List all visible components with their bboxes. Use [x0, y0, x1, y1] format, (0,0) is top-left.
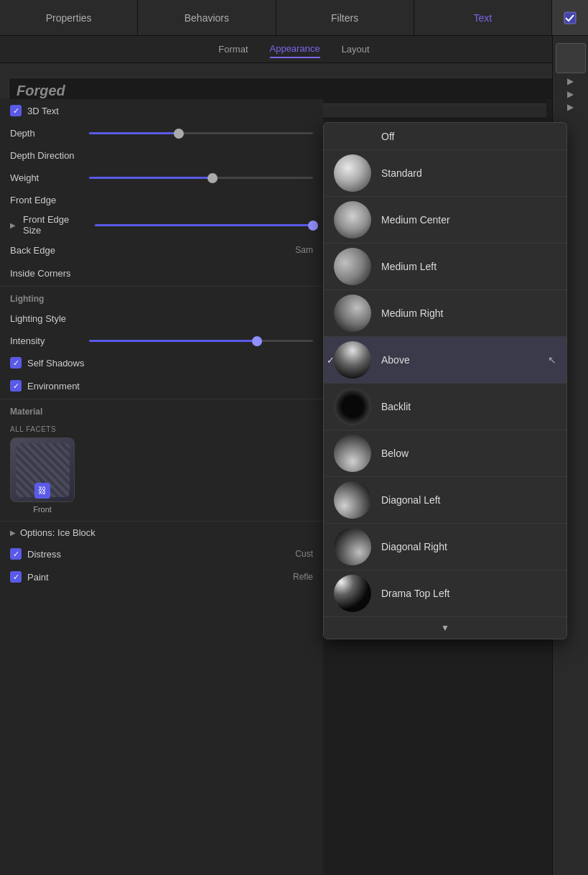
- medium-left-label: Medium Left: [381, 261, 437, 272]
- intensity-row: Intensity: [0, 330, 323, 351]
- ball-medium-left: [334, 248, 371, 285]
- material-swatch[interactable]: ⛓: [10, 438, 75, 502]
- back-edge-value: Sam: [295, 245, 313, 255]
- front-edge-arrow: ▶: [10, 221, 16, 229]
- dropdown-item-diagonal-right[interactable]: Diagonal Right: [324, 524, 566, 570]
- top-tabs: Properties Behaviors Filters Text: [0, 0, 588, 36]
- diagonal-left-label: Diagonal Left: [381, 494, 441, 506]
- ball-drama-top-left: [334, 575, 371, 612]
- weight-row: Weight: [0, 167, 323, 188]
- top-tab-icon: [552, 0, 588, 35]
- dropdown-item-medium-center[interactable]: Medium Center: [324, 197, 566, 244]
- options-row[interactable]: ▶ Options: Ice Block: [0, 523, 323, 542]
- ball-standard: [334, 154, 371, 192]
- dropdown-item-medium-left[interactable]: Medium Left: [324, 244, 566, 290]
- paint-label: Paint: [27, 572, 287, 583]
- dropdown-item-backlit[interactable]: Backlit: [324, 384, 566, 430]
- weight-label: Weight: [10, 172, 82, 183]
- medium-right-label: Medium Right: [381, 307, 443, 319]
- paint-row[interactable]: ✓ Paint Refle: [0, 565, 323, 588]
- front-edge-row[interactable]: Front Edge: [0, 188, 323, 211]
- all-facets-label: ALL FACETS: [10, 425, 313, 433]
- depth-direction-label: Depth Direction: [10, 150, 313, 161]
- environment-row[interactable]: ✓ Environment: [0, 374, 323, 397]
- drama-top-left-label: Drama Top Left: [381, 588, 449, 599]
- lighting-style-label: Lighting Style: [10, 313, 313, 324]
- diagonal-right-label: Diagonal Right: [381, 541, 447, 552]
- material-section: ALL FACETS ⛓ Front: [0, 420, 323, 519]
- front-edge-label: Front Edge: [10, 195, 313, 205]
- weight-slider[interactable]: [89, 177, 313, 179]
- chevron-down-icon: ▼: [441, 623, 449, 633]
- right-arrow-3[interactable]: ▶: [567, 102, 574, 112]
- ball-diagonal-left: [334, 481, 371, 519]
- depth-row: Depth: [0, 122, 323, 144]
- dropdown-item-standard[interactable]: Standard: [324, 150, 566, 197]
- front-edge-size-label: Front Edge Size: [23, 214, 88, 236]
- intensity-label: Intensity: [10, 335, 82, 346]
- standard-label: Standard: [381, 167, 422, 179]
- intensity-slider[interactable]: [89, 340, 313, 342]
- ball-above: [334, 341, 371, 379]
- distress-value: Cust: [295, 549, 313, 559]
- tab-properties[interactable]: Properties: [0, 0, 138, 35]
- checkbox-3d-text-label: 3D Text: [27, 106, 59, 116]
- lighting-header: Lighting: [0, 288, 323, 307]
- checkbox-distress[interactable]: ✓: [10, 548, 22, 560]
- cursor-icon: ↖: [548, 354, 556, 366]
- dropdown-item-diagonal-left[interactable]: Diagonal Left: [324, 477, 566, 524]
- right-arrow-2[interactable]: ▶: [567, 89, 574, 99]
- lighting-style-row[interactable]: Lighting Style: [0, 307, 323, 330]
- front-edge-size-row: ▶ Front Edge Size: [0, 211, 323, 239]
- off-label: Off: [334, 131, 394, 142]
- back-edge-label: Back Edge: [10, 245, 295, 256]
- distress-row[interactable]: ✓ Distress Cust: [0, 542, 323, 565]
- link-icon: ⛓: [34, 483, 50, 499]
- inside-corners-label: Inside Corners: [10, 268, 313, 279]
- tab-layout[interactable]: Layout: [342, 41, 370, 57]
- tab-text[interactable]: Text: [414, 0, 552, 35]
- front-label: Front: [33, 505, 52, 514]
- environment-label: Environment: [27, 381, 80, 392]
- inside-corners-row[interactable]: Inside Corners: [0, 261, 323, 284]
- dropdown-item-off[interactable]: Off: [324, 123, 566, 150]
- ball-below: [334, 435, 371, 472]
- right-arrow-1[interactable]: ▶: [567, 76, 574, 86]
- depth-label: Depth: [10, 128, 82, 139]
- backlit-label: Backlit: [381, 401, 411, 412]
- above-label: Above: [381, 354, 410, 366]
- checkbox-self-shadows[interactable]: ✓: [10, 357, 22, 369]
- left-panel: ✓ 3D Text Depth Depth Direction Weight F…: [0, 99, 323, 875]
- ball-medium-center: [334, 201, 371, 239]
- options-arrow: ▶: [10, 529, 16, 537]
- ball-diagonal-right: [334, 528, 371, 565]
- dropdown-scroll-down[interactable]: ▼: [324, 617, 566, 639]
- dropdown-item-below[interactable]: Below: [324, 430, 566, 477]
- distress-label: Distress: [27, 549, 289, 560]
- tab-format[interactable]: Format: [218, 41, 248, 57]
- options-label: Options: Ice Block: [20, 527, 95, 538]
- checkbox-3d-text-row[interactable]: ✓ 3D Text: [0, 99, 323, 122]
- checkbox-environment[interactable]: ✓: [10, 380, 22, 392]
- ball-medium-right: [334, 295, 371, 332]
- front-edge-size-slider[interactable]: [95, 224, 313, 226]
- medium-center-label: Medium Center: [381, 214, 450, 226]
- back-edge-row[interactable]: Back Edge Sam: [0, 239, 323, 261]
- checkmark-icon: [564, 11, 577, 24]
- tab-filters[interactable]: Filters: [276, 0, 414, 35]
- depth-direction-row[interactable]: Depth Direction: [0, 144, 323, 167]
- dropdown-item-drama-top-left[interactable]: Drama Top Left: [324, 570, 566, 617]
- depth-slider[interactable]: [89, 132, 313, 134]
- lighting-style-dropdown: Off Standard Medium Center Medium Left M…: [323, 122, 567, 639]
- tab-appearance[interactable]: Appearance: [270, 40, 320, 58]
- right-thumb-1[interactable]: [556, 43, 586, 73]
- self-shadows-label: Self Shadows: [27, 358, 85, 369]
- checkmark-above: ✓: [327, 355, 335, 366]
- dropdown-item-above[interactable]: ✓ Above ↖: [324, 337, 566, 384]
- dropdown-item-medium-right[interactable]: Medium Right: [324, 290, 566, 337]
- material-header: Material: [0, 401, 323, 420]
- self-shadows-row[interactable]: ✓ Self Shadows: [0, 351, 323, 374]
- tab-behaviors[interactable]: Behaviors: [138, 0, 276, 35]
- checkbox-paint[interactable]: ✓: [10, 571, 22, 583]
- checkbox-3d-text[interactable]: ✓: [10, 105, 22, 116]
